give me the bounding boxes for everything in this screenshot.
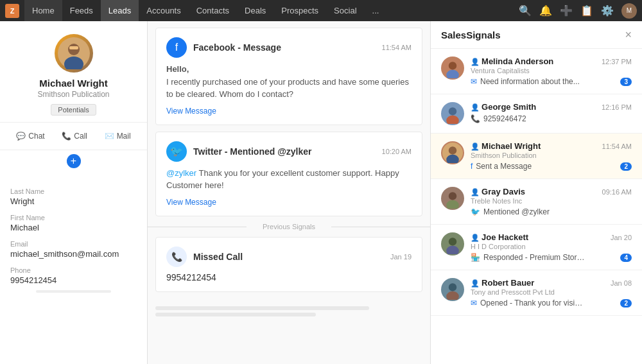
- nav-home[interactable]: Home: [24, 0, 62, 21]
- ss-signal-text-melinda: Need information about the...: [480, 77, 580, 86]
- add-button[interactable]: +: [67, 154, 81, 168]
- ss-signal-text-joe: Responded - Premium Store - Fee...: [483, 253, 586, 262]
- ss-content-gray: 👤 Gray Davis 09:16 AM Treble Notes Inc 🐦…: [471, 187, 632, 216]
- fb-signal-icon: f: [471, 162, 473, 171]
- facebook-icon: f: [166, 37, 187, 58]
- nav-feeds[interactable]: Feeds: [62, 0, 101, 21]
- ss-avatar-joe: [441, 232, 464, 256]
- store-signal-icon: 🏪: [471, 253, 480, 262]
- ss-content-george: 👤 George Smith 12:16 PM 📞 9259246472: [471, 102, 632, 123]
- signals-feed: f Facebook - Message 11:54 AM Hello, I r…: [148, 21, 430, 364]
- ss-content-michael: 👤 Michael Wright 11:54 AM Smithson Publi…: [471, 141, 632, 171]
- email-signal-icon: ✉: [471, 77, 477, 86]
- ss-signal-joe: 🏪 Responded - Premium Store - Fee... 4: [471, 253, 632, 262]
- ss-item-george[interactable]: 👤 George Smith 12:16 PM 📞 9259246472: [431, 94, 642, 134]
- ss-signal-robert: ✉ Opened - Thank you for visiting... 2: [471, 299, 632, 308]
- ss-badge-robert: 2: [620, 299, 632, 308]
- mail-button[interactable]: ✉️ Mail: [100, 129, 136, 143]
- facebook-signal-body: Hello, I recently purchased one of your …: [166, 63, 412, 101]
- contact-panel: Michael Wright Smithson Publication Pote…: [0, 21, 148, 364]
- facebook-view-link[interactable]: View Message: [166, 107, 216, 116]
- contact-tag[interactable]: Potentials: [51, 104, 96, 116]
- ss-signal-text-george: 9259246472: [483, 114, 526, 123]
- mail-open-signal-icon: ✉: [471, 299, 477, 308]
- notifications-icon[interactable]: 🔔: [539, 4, 552, 17]
- ss-name-george: 👤 George Smith: [471, 102, 536, 112]
- first-name-label: First Name: [10, 214, 137, 221]
- sales-signals-title: SalesSignals: [441, 30, 501, 40]
- svg-point-17: [449, 238, 456, 245]
- nav-social[interactable]: Social: [326, 0, 364, 21]
- ss-content-robert: 👤 Robert Bauer Jan 08 Tony and Presscott…: [471, 278, 632, 308]
- ss-time-gray: 09:16 AM: [602, 188, 632, 196]
- add-icon[interactable]: ➕: [560, 4, 573, 17]
- close-button[interactable]: ×: [625, 29, 632, 40]
- email-value: michael_smithson@mail.com: [10, 249, 137, 259]
- svg-point-14: [449, 192, 456, 200]
- contact-actions: 💬 Chat 📞 Call ✉️ Mail: [0, 123, 147, 150]
- facebook-signal-title: Facebook - Message: [193, 42, 382, 53]
- twitter-signal-body: @zylker Thank you for your excellent cus…: [166, 167, 412, 192]
- ss-sub-melinda: Ventura Capitalists: [471, 67, 632, 74]
- scroll-indicator: [36, 290, 111, 293]
- contact-name: Michael Wright: [39, 78, 107, 89]
- nav-accounts[interactable]: Accounts: [139, 0, 188, 21]
- contact-avatar: [55, 34, 93, 73]
- svg-point-20: [449, 283, 456, 291]
- email-label: Email: [10, 240, 137, 248]
- calendar-icon[interactable]: 📋: [580, 4, 593, 17]
- facebook-signal-time: 11:54 AM: [382, 44, 412, 51]
- ss-avatar-michael: [441, 141, 464, 164]
- nav-contacts[interactable]: Contacts: [189, 0, 237, 21]
- ss-badge-joe: 4: [620, 254, 632, 262]
- chat-icon: 💬: [16, 132, 26, 141]
- ss-time-robert: Jan 08: [611, 279, 632, 287]
- ss-item-robert[interactable]: 👤 Robert Bauer Jan 08 Tony and Presscott…: [431, 270, 642, 316]
- ss-time-melinda: 12:37 PM: [602, 58, 632, 65]
- facebook-signal: f Facebook - Message 11:54 AM Hello, I r…: [155, 28, 422, 125]
- ss-item-joe[interactable]: 👤 Joe Hackett Jan 20 H I D Corporation 🏪…: [431, 225, 642, 270]
- sales-signals-header: SalesSignals ×: [431, 21, 642, 49]
- svg-point-5: [449, 62, 456, 69]
- ss-name-melinda: 👤 Melinda Anderson: [471, 56, 553, 66]
- ss-name-michael: 👤 Michael Wright: [471, 141, 541, 151]
- search-icon[interactable]: 🔍: [519, 4, 532, 17]
- nav-deals[interactable]: Deals: [237, 0, 273, 21]
- last-name-value: Wright: [10, 196, 137, 206]
- svg-point-8: [449, 107, 456, 115]
- ss-avatar-george: [441, 102, 464, 125]
- missed-call-header: 📞 Missed Call Jan 19: [166, 247, 412, 267]
- ss-item-melinda[interactable]: 👤 Melinda Anderson 12:37 PM Ventura Capi…: [431, 49, 642, 94]
- chat-button[interactable]: 💬 Chat: [11, 129, 49, 143]
- ss-item-gray[interactable]: 👤 Gray Davis 09:16 AM Treble Notes Inc 🐦…: [431, 179, 642, 225]
- twitter-view-link[interactable]: View Message: [166, 198, 216, 207]
- nav-leads[interactable]: Leads: [101, 0, 139, 21]
- twitter-icon: 🐦: [166, 141, 187, 162]
- sales-signals-panel: SalesSignals × 👤 Melinda Anderson 12:37 …: [430, 21, 642, 364]
- twitter-signal-time: 10:20 AM: [382, 148, 412, 155]
- svg-point-11: [449, 146, 456, 154]
- ss-item-michael[interactable]: 👤 Michael Wright 11:54 AM Smithson Publi…: [431, 134, 642, 179]
- ss-signal-text-michael: Sent a Message: [476, 162, 532, 171]
- ss-sub-michael: Smithson Publication: [471, 152, 632, 159]
- contact-fields: Last Name Wright First Name Michael Emai…: [0, 172, 147, 364]
- contact-header: Michael Wright Smithson Publication Pote…: [0, 21, 147, 123]
- mail-icon: ✉️: [105, 132, 114, 141]
- ss-time-joe: Jan 20: [611, 234, 632, 241]
- contact-company: Smithson Publication: [37, 90, 109, 99]
- scroll-area: [155, 304, 422, 319]
- missed-call-signal: 📞 Missed Call Jan 19 9954212454: [155, 237, 422, 292]
- prev-signals-divider: Previous Signals: [148, 223, 430, 230]
- ss-name-gray: 👤 Gray Davis: [471, 187, 525, 196]
- call-button[interactable]: 📞 Call: [56, 129, 92, 143]
- settings-icon[interactable]: ⚙️: [601, 4, 614, 17]
- ss-signal-melinda: ✉ Need information about the... 3: [471, 77, 632, 86]
- ss-signal-text-robert: Opened - Thank you for visiting...: [480, 299, 583, 308]
- nav-prospects[interactable]: Prospects: [273, 0, 326, 21]
- facebook-signal-header: f Facebook - Message 11:54 AM: [166, 37, 412, 58]
- ss-name-robert: 👤 Robert Bauer: [471, 278, 534, 288]
- nav-more[interactable]: ...: [365, 0, 387, 21]
- top-nav: Z Home Feeds Leads Accounts Contacts Dea…: [0, 0, 642, 21]
- ss-avatar-robert: [441, 278, 464, 301]
- user-avatar[interactable]: M: [621, 3, 637, 19]
